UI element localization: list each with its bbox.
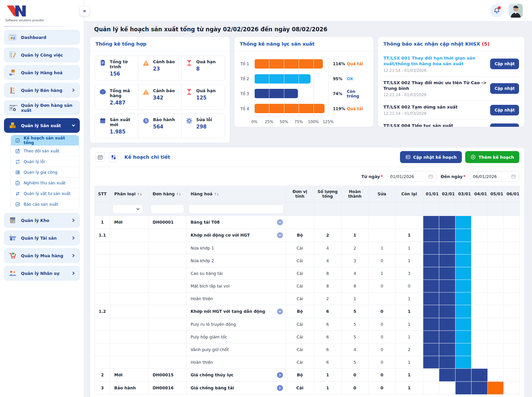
sidebar-item[interactable]: Quản lý Tài sản: [4, 231, 80, 245]
notification-time: 12:21:14 - 01/03/2026: [383, 93, 487, 97]
submenu-item[interactable]: Kế hoạch sản xuất tổng: [11, 135, 79, 146]
submenu-item[interactable]: Báo cáo sản xuất: [11, 199, 79, 210]
sidebar-item[interactable]: Quản lý Nhân sự: [4, 266, 80, 281]
product-filter-input[interactable]: [189, 204, 284, 214]
sidebar-item[interactable]: Quản lý Công việc: [4, 48, 80, 62]
chevron-right-icon: [71, 271, 75, 275]
chart-bar: [254, 104, 325, 113]
stt-cell: [95, 331, 110, 343]
expand-icon[interactable]: [277, 372, 283, 378]
dashboard-icon: [8, 33, 17, 42]
order-cell: [148, 242, 186, 255]
remain-cell: 2: [395, 343, 423, 356]
sidebar-item[interactable]: Quản lý Mua hàng: [4, 248, 80, 263]
category-filter-select[interactable]: [112, 204, 143, 214]
stat-value: 125: [196, 95, 216, 101]
notification-title: TT/LSX 002 Thay đổi mức ưu tiên Từ Cao -…: [383, 80, 487, 92]
gantt-cell: [455, 216, 471, 229]
notification-update-button[interactable]: Cập nhật: [490, 83, 519, 94]
chart-category: Tổ 2: [240, 72, 254, 87]
qty-cell: 8: [314, 280, 341, 293]
sidebar-collapse-button[interactable]: »: [79, 6, 89, 16]
user-avatar[interactable]: [509, 4, 523, 18]
calendar-view-icon: [97, 154, 103, 160]
product-cell: Giá chống thủy lực: [187, 369, 286, 382]
plan-table-head: STTPhân loại↑↓Đơn hàng↑↓Hàng hoá↑↓Đơn vị…: [95, 186, 520, 216]
remain-cell: 0: [395, 280, 423, 293]
stat-value: 23: [153, 66, 175, 72]
report-icon: [15, 202, 20, 207]
gantt-cell: [455, 369, 471, 382]
sidebar-item[interactable]: Quản lý Kho: [4, 213, 80, 228]
product-cell-inner: Nửa khớp 1: [191, 246, 283, 251]
fix-cell: 0: [368, 356, 395, 369]
column-header[interactable]: Hàng hoá↑↓: [187, 186, 286, 202]
to-date-label: Đến ngày*: [441, 174, 466, 179]
column-header[interactable]: Phân loại↑↓: [110, 186, 148, 202]
add-plan-button[interactable]: Thêm kế hoạch: [465, 151, 519, 163]
notification-text: TT/LSX 002 Tạm dừng sản xuất12:21:14 - 0…: [383, 104, 487, 116]
done-cell: 5: [341, 305, 368, 318]
order-cell: [148, 280, 186, 293]
expand-collapse-icon[interactable]: [277, 219, 283, 225]
sort-icon[interactable]: ↑↓: [214, 192, 219, 196]
fix-cell: 0: [368, 305, 395, 318]
sidebar-item[interactable]: Quản lý Sản xuất: [4, 118, 80, 133]
chart-body: Tổ 1Tổ 2Tổ 3Tổ 4 116%95%74%119% Quá tảiO…: [234, 51, 373, 117]
product-name: Vành puly giữ chốt: [191, 347, 229, 352]
sidebar-menu: DashboardQuản lý Công việcQuản lý Hàng h…: [0, 30, 84, 281]
notification-bell-button[interactable]: [490, 4, 503, 17]
sidebar-item[interactable]: Dashboard: [4, 30, 80, 45]
gantt-cell: [504, 267, 520, 280]
stat-cell: Bảo hành564: [138, 114, 182, 138]
to-date-input[interactable]: 06/01/2026: [469, 171, 519, 182]
notification-update-button[interactable]: Cập nhật: [490, 59, 519, 69]
plan-table-body: 1MớiDH00001Băng tải T081.1Khớp nối động …: [95, 216, 520, 395]
gantt-cell: [455, 255, 471, 267]
sidebar-item[interactable]: Quản lý Bán hàng: [4, 83, 80, 98]
submenu-item[interactable]: Nghiệm thu sản xuất: [11, 178, 79, 188]
filter-cell: [341, 202, 368, 216]
sidebar-item[interactable]: Quản lý Hàng hoá: [4, 65, 80, 80]
column-header[interactable]: Đơn hàng↑↓: [148, 186, 186, 202]
gantt-cell: [455, 343, 471, 356]
fix-cell: 0: [368, 382, 395, 395]
sidebar-item[interactable]: PROJECTQuản lý Đơn hàng sản xuất: [4, 100, 80, 115]
notification-update-button[interactable]: Cập nhật: [490, 123, 519, 127]
grid-view-button[interactable]: [108, 152, 118, 162]
chart-x-tick: 125%: [323, 119, 334, 124]
gantt-cell: [504, 369, 520, 382]
update-plan-button[interactable]: Cập nhật kế hoạch: [400, 151, 462, 163]
product-cell-inner: Khớp nối động cơ với HGT: [191, 232, 283, 238]
sort-icon[interactable]: ↑↓: [176, 192, 181, 196]
stat-row: Tổng mã hàng2.487Cảnh báo342Quá hạn125: [95, 85, 225, 109]
notification-update-button[interactable]: Cập nhật: [490, 105, 519, 115]
sort-icon[interactable]: ↑↓: [137, 192, 142, 196]
submenu-item[interactable]: Theo dõi sản xuất: [11, 146, 79, 156]
column-header: STT: [95, 186, 110, 202]
from-date-input[interactable]: 01/01/2026: [387, 171, 437, 182]
expand-collapse-icon[interactable]: [277, 308, 283, 314]
submenu-item[interactable]: Quản lý vật tư sản xuất: [11, 188, 79, 199]
plan-detail-card: Kế hoạch chi tiết Cập nhật kế hoạch: [90, 147, 525, 397]
submenu-item[interactable]: Quản lý lỗi: [11, 156, 79, 167]
unit-cell: Cái: [286, 280, 314, 293]
date-column-header: 02/01: [439, 186, 456, 202]
stt-cell: [95, 356, 110, 369]
category-cell: [110, 318, 148, 331]
expand-icon[interactable]: [277, 385, 283, 391]
stat-cell: Cảnh báo342: [138, 85, 182, 109]
gantt-cell: [439, 280, 456, 293]
calendar-view-button[interactable]: [95, 152, 105, 162]
submenu-item[interactable]: Quản lý gia công: [11, 167, 79, 178]
unit-cell: Cái: [286, 331, 314, 343]
stat-label: Bảo hành: [153, 117, 175, 122]
order-filter-input[interactable]: [151, 204, 184, 214]
stat-cell: Quá hạn125: [182, 85, 225, 109]
plan-filters: Từ ngày* 01/01/2026 Đến ngày* 06/01/2026: [94, 167, 520, 186]
product-cell-inner: Mặt bích lắp tai voi: [191, 284, 283, 289]
warehouse-icon: [8, 216, 17, 225]
qty-cell: 1: [314, 382, 341, 395]
gantt-cell: [455, 280, 471, 293]
expand-collapse-icon[interactable]: [277, 232, 283, 238]
